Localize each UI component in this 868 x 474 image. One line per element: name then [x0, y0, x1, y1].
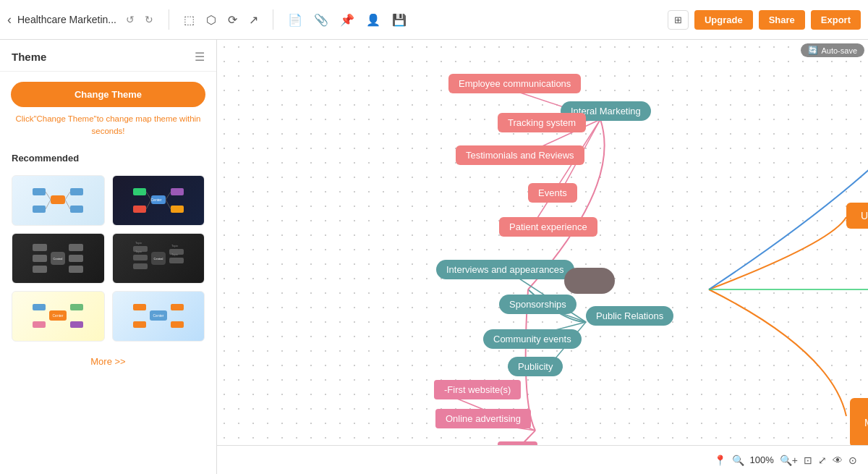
- share-button[interactable]: Share: [759, 10, 805, 30]
- events-node[interactable]: Events: [528, 183, 577, 203]
- zoom-out-button[interactable]: 🔍: [732, 454, 744, 466]
- pin-tool[interactable]: 📌: [337, 10, 357, 30]
- change-theme-button[interactable]: Change Theme: [11, 82, 205, 107]
- publicity-node[interactable]: Publicity: [508, 357, 563, 376]
- eye-button[interactable]: 👁: [833, 454, 843, 466]
- svg-rect-13: [171, 206, 184, 213]
- svg-rect-41: [33, 321, 46, 328]
- connections-svg: [217, 40, 868, 474]
- canvas[interactable]: Interal Marketing Employee communication…: [217, 40, 868, 474]
- export-button[interactable]: Export: [811, 10, 861, 30]
- theme-card-4[interactable]: Central Topic Topic Topic Topic: [112, 233, 205, 284]
- svg-rect-46: [133, 304, 146, 310]
- select-tool[interactable]: ⬚: [181, 10, 197, 30]
- divider: [169, 9, 169, 30]
- svg-line-16: [166, 192, 171, 200]
- theme-card-6[interactable]: Center: [112, 291, 205, 342]
- text-tool[interactable]: 📄: [285, 10, 305, 30]
- theme-card-5[interactable]: Center: [12, 291, 105, 342]
- attach-tool[interactable]: 📎: [311, 10, 331, 30]
- recommended-label: Recommended: [0, 147, 216, 169]
- svg-rect-47: [133, 321, 146, 328]
- community-events-node[interactable]: Community events: [483, 329, 582, 349]
- save-tool[interactable]: 💾: [389, 10, 409, 30]
- center-node[interactable]: [564, 268, 615, 294]
- bottom-bar: 📍 🔍 100% 🔍+ ⊡ ⤢ 👁 ⊙: [217, 445, 868, 474]
- hint-text: Click: [16, 114, 34, 123]
- svg-text:Central: Central: [153, 257, 163, 261]
- theme-card-1[interactable]: [12, 175, 105, 226]
- undo-button[interactable]: ↺: [122, 12, 138, 27]
- back-button[interactable]: ‹: [7, 12, 12, 27]
- svg-rect-1: [33, 188, 46, 195]
- arrow-tool[interactable]: ↗: [246, 10, 261, 30]
- online-adv-node[interactable]: Online advertising: [435, 409, 531, 428]
- sidebar-collapse-button[interactable]: ☰: [195, 50, 205, 64]
- header-left: ‹ Healthcare Marketin... ↺ ↻ ⬚ ⬡ ⟳ ↗ 📄 📎…: [7, 9, 409, 30]
- autosave-icon: 🔄: [808, 46, 818, 55]
- svg-line-5: [46, 192, 51, 200]
- more-link[interactable]: More >>: [0, 347, 216, 376]
- svg-rect-42: [70, 304, 83, 310]
- fullscreen-button[interactable]: ⤢: [818, 454, 827, 466]
- other-button[interactable]: ⊙: [848, 454, 857, 466]
- svg-line-6: [46, 200, 51, 209]
- employee-comms-node[interactable]: Employee communications: [448, 74, 581, 93]
- stratege-node[interactable]: StrategeMarketing Plan: [850, 398, 868, 447]
- svg-rect-33: [169, 258, 184, 263]
- hint-link[interactable]: "Change Theme": [33, 114, 96, 123]
- theme-card-3[interactable]: Central: [12, 233, 105, 284]
- toolbar: ⬚ ⬡ ⟳ ↗ 📄 📎 📌 👤 💾: [181, 9, 409, 30]
- svg-rect-49: [171, 321, 184, 328]
- svg-rect-3: [70, 188, 83, 195]
- unique-brand-node[interactable]: Unique Brand: [846, 203, 868, 229]
- zoom-in-button[interactable]: 🔍+: [780, 454, 798, 466]
- autosave-label: Auto-save: [821, 46, 857, 55]
- sponsorships-node[interactable]: Sponsorships: [499, 295, 576, 314]
- zoom-level: 100%: [750, 454, 774, 465]
- theme-grid: Center Central Central: [0, 169, 216, 347]
- sidebar: Theme ☰ Change Theme Click"Change Theme"…: [0, 40, 217, 474]
- svg-rect-43: [70, 321, 83, 328]
- sidebar-title: Theme: [12, 51, 46, 63]
- svg-rect-26: [69, 266, 83, 273]
- svg-rect-24: [69, 244, 83, 251]
- fit-button[interactable]: ⊡: [804, 454, 812, 466]
- svg-text:Center: Center: [150, 198, 161, 202]
- upgrade-button[interactable]: Upgrade: [694, 10, 753, 30]
- shape-tool[interactable]: ⟳: [225, 10, 240, 30]
- svg-rect-31: [133, 263, 148, 269]
- svg-line-54: [532, 119, 600, 226]
- sidebar-header: Theme ☰: [0, 40, 216, 72]
- grid-button[interactable]: ⊞: [668, 10, 689, 30]
- theme-hint: Click"Change Theme"to change map theme w…: [0, 113, 216, 147]
- svg-rect-12: [171, 188, 184, 195]
- people-tool[interactable]: 👤: [363, 10, 383, 30]
- testimonials-node[interactable]: Testimonials and Reviews: [456, 145, 584, 165]
- hint-rest: to change map theme within seconds!: [91, 114, 200, 135]
- svg-rect-10: [133, 188, 146, 195]
- patient-exp-node[interactable]: Patient experience: [499, 217, 597, 237]
- redo-button[interactable]: ↻: [141, 12, 157, 27]
- divider2: [273, 9, 273, 30]
- header: ‹ Healthcare Marketin... ↺ ↻ ⬚ ⬡ ⟳ ↗ 📄 📎…: [0, 0, 868, 40]
- svg-text:Topic: Topic: [135, 250, 142, 253]
- svg-text:Central: Central: [54, 257, 63, 261]
- interviews-node[interactable]: Interviews and appearances: [436, 260, 574, 279]
- website-node[interactable]: -First website(s): [434, 380, 521, 399]
- svg-rect-23: [33, 266, 47, 273]
- svg-text:Topic: Topic: [171, 244, 178, 247]
- svg-line-7: [65, 192, 70, 200]
- svg-line-17: [166, 200, 171, 209]
- public-relations-node[interactable]: Public Relations: [586, 306, 673, 326]
- svg-rect-0: [51, 195, 65, 204]
- svg-rect-30: [133, 255, 148, 261]
- svg-rect-11: [133, 206, 146, 213]
- nav-arrows: ↺ ↻: [122, 12, 157, 27]
- svg-text:Topic: Topic: [135, 241, 142, 245]
- zoom-pin-button[interactable]: 📍: [714, 454, 726, 466]
- theme-card-2[interactable]: Center: [112, 175, 205, 226]
- connect-tool[interactable]: ⬡: [203, 10, 219, 30]
- svg-text:Center: Center: [53, 313, 64, 318]
- tracking-system-node[interactable]: Tracking system: [498, 113, 586, 132]
